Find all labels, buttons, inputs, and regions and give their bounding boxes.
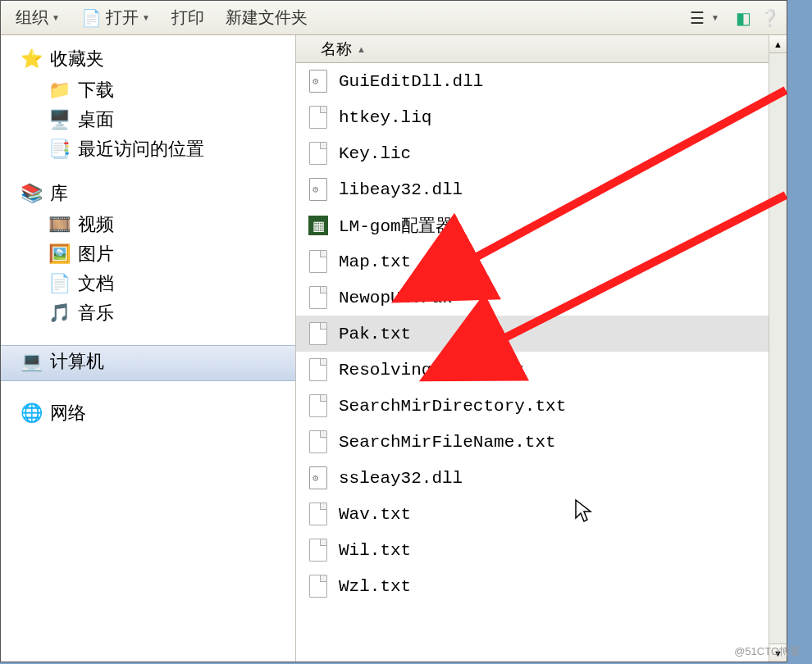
file-name: SearchMirDirectory.txt <box>339 397 566 416</box>
print-button[interactable]: 打印 <box>163 3 212 32</box>
view-button[interactable]: ☰ ▼ <box>678 4 728 32</box>
file-name: NewopUI.Pak <box>339 289 453 307</box>
file-name: Wil.txt <box>339 541 411 560</box>
organize-label: 组织 <box>16 7 48 29</box>
sidebar-item-videos[interactable]: 🎞️ 视频 <box>48 212 295 237</box>
file-list[interactable]: GuiEditDll.dllhtkey.liqKey.liclibeay32.d… <box>296 63 787 662</box>
file-name: Pak.txt <box>339 325 411 343</box>
file-name: ssleay32.dll <box>339 469 463 488</box>
chevron-down-icon: ▼ <box>52 13 60 22</box>
new-folder-button[interactable]: 新建文件夹 <box>217 3 316 32</box>
open-button[interactable]: 📄 打开 ▼ <box>73 3 158 32</box>
file-row[interactable]: Wil.txt <box>296 532 787 568</box>
video-icon: 🎞️ <box>48 214 70 235</box>
file-pane: 名称 ▲ GuiEditDll.dllhtkey.liqKey.liclibea… <box>296 35 787 662</box>
library-icon: 📚 <box>21 183 42 204</box>
file-name: LM-gom配置器 <box>339 214 453 237</box>
favorites-root[interactable]: ⭐ 收藏夹 <box>21 47 295 71</box>
scroll-up-button[interactable]: ▲ <box>769 35 787 53</box>
computer-icon: 💻 <box>21 351 42 372</box>
nav-tree: ⭐ 收藏夹 📁 下载 🖥️ 桌面 📑 最近访问的位置 📚 <box>1 35 296 662</box>
sidebar-item-downloads[interactable]: 📁 下载 <box>48 78 295 102</box>
file-name: ResolvingPower.txt <box>339 361 525 380</box>
file-name: Wav.txt <box>339 505 411 524</box>
sidebar-item-music[interactable]: 🎵 音乐 <box>48 301 295 325</box>
file-row[interactable]: Map.txt <box>296 243 787 280</box>
toolbar: 组织 ▼ 📄 打开 ▼ 打印 新建文件夹 ☰ ▼ ◧ ❔ <box>1 1 787 35</box>
music-icon: 🎵 <box>48 302 70 324</box>
sidebar-item-desktop[interactable]: 🖥️ 桌面 <box>48 107 295 132</box>
dll-icon <box>308 466 329 490</box>
file-icon <box>308 574 329 598</box>
file-row[interactable]: SearchMirFileName.txt <box>296 424 787 460</box>
file-row[interactable]: NewopUI.Pak <box>296 280 787 316</box>
new-folder-label: 新建文件夹 <box>226 7 308 29</box>
file-icon <box>308 321 329 346</box>
file-name: SearchMirFileName.txt <box>339 433 556 452</box>
view-icon: ☰ <box>687 7 708 29</box>
file-icon <box>308 249 329 274</box>
file-row[interactable]: Wzl.txt <box>296 568 787 604</box>
download-folder-icon: 📁 <box>48 80 70 101</box>
cursor-icon <box>574 498 594 529</box>
column-header-name[interactable]: 名称 ▲ <box>296 35 787 63</box>
file-row[interactable]: ResolvingPower.txt <box>296 352 787 388</box>
file-icon <box>308 357 329 382</box>
file-row[interactable]: GuiEditDll.dll <box>296 63 787 99</box>
file-name: GuiEditDll.dll <box>339 72 483 91</box>
star-icon: ⭐ <box>21 48 42 70</box>
file-row[interactable]: ▦LM-gom配置器 <box>296 207 787 243</box>
file-icon <box>308 105 329 130</box>
sidebar-item-pictures[interactable]: 🖼️ 图片 <box>48 242 295 266</box>
file-name: Map.txt <box>339 252 411 271</box>
organize-button[interactable]: 组织 ▼ <box>7 3 68 32</box>
open-label: 打开 <box>106 7 139 29</box>
print-label: 打印 <box>171 7 204 29</box>
network-icon: 🌐 <box>21 402 42 424</box>
watermark: @51CTO博客 <box>734 644 801 659</box>
sidebar-item-recent[interactable]: 📑 最近访问的位置 <box>48 137 295 161</box>
network-root[interactable]: 🌐 网络 <box>21 401 295 425</box>
file-icon <box>308 393 329 418</box>
chevron-down-icon: ▼ <box>711 13 719 22</box>
desktop-icon: 🖥️ <box>48 109 70 130</box>
file-name: Key.lic <box>339 144 411 163</box>
document-icon: 📄 <box>81 7 103 29</box>
help-button[interactable]: ❔ <box>759 7 780 29</box>
file-icon <box>308 538 329 562</box>
file-row[interactable]: Key.lic <box>296 135 787 171</box>
file-row[interactable]: SearchMirDirectory.txt <box>296 388 787 424</box>
dll-icon <box>308 69 329 93</box>
picture-icon: 🖼️ <box>48 243 70 265</box>
file-row[interactable]: libeay32.dll <box>296 171 787 207</box>
recent-icon: 📑 <box>48 139 70 160</box>
file-row[interactable]: Wav.txt <box>296 496 787 532</box>
exe-icon: ▦ <box>308 213 329 238</box>
file-icon <box>308 430 329 454</box>
sort-asc-icon: ▲ <box>357 44 366 54</box>
chevron-down-icon: ▼ <box>142 13 150 22</box>
file-row[interactable]: Pak.txt <box>296 316 787 352</box>
file-icon <box>308 285 329 310</box>
dll-icon <box>308 177 329 202</box>
preview-pane-button[interactable]: ◧ <box>732 7 754 29</box>
file-name: libeay32.dll <box>339 180 463 199</box>
file-name: Wzl.txt <box>339 577 411 596</box>
file-icon <box>308 141 329 166</box>
vertical-scrollbar[interactable]: ▲ ▼ <box>769 35 787 662</box>
file-name: htkey.liq <box>339 108 431 127</box>
sidebar-item-documents[interactable]: 📄 文档 <box>48 271 295 296</box>
computer-root[interactable]: 💻 计算机 <box>21 349 295 374</box>
explorer-window: 组织 ▼ 📄 打开 ▼ 打印 新建文件夹 ☰ ▼ ◧ ❔ ⭐ 收藏夹 <box>0 0 787 662</box>
file-row[interactable]: ssleay32.dll <box>296 460 787 496</box>
file-icon <box>308 502 329 526</box>
document-icon: 📄 <box>48 273 70 294</box>
file-row[interactable]: htkey.liq <box>296 99 787 135</box>
libraries-root[interactable]: 📚 库 <box>21 181 295 206</box>
